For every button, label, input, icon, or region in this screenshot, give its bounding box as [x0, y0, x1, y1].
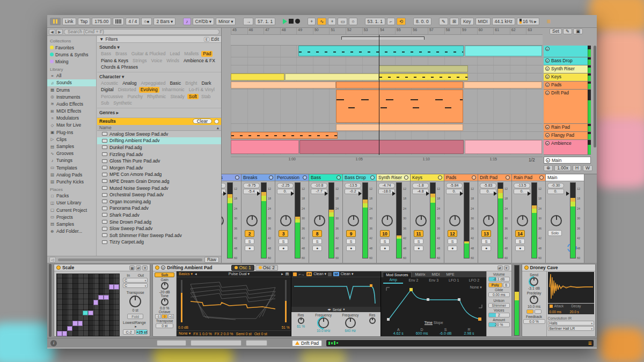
track-play-icon[interactable]: ▸: [545, 75, 550, 79]
mixer-strip[interactable]: Bass -10.8 -7.7 8 S ● 12182430364: [309, 174, 343, 263]
character-tag[interactable]: Rhythmic: [145, 94, 167, 100]
preview-icon[interactable]: ▸: [161, 265, 165, 270]
collection-item[interactable]: Favorites: [47, 44, 96, 51]
mixer-strip[interactable]: Bass Drop -13.5 -0.2 9 S ● 121824: [343, 174, 377, 263]
pan-knob[interactable]: [483, 215, 494, 226]
solo-button[interactable]: S: [380, 239, 390, 244]
character-tag[interactable]: Acoustic: [99, 80, 120, 86]
arm-button[interactable]: ●: [380, 246, 390, 251]
octave-button[interactable]: -1: [155, 314, 161, 319]
set-button[interactable]: Set: [550, 28, 562, 34]
arrangement-clip[interactable]: [336, 90, 463, 123]
reverb-on-toggle[interactable]: [524, 265, 529, 270]
track-lane[interactable]: [231, 73, 543, 82]
filter-routing-row[interactable]: ◂▸ Serial ▾: [291, 307, 380, 312]
scale-grid-cell[interactable]: [93, 300, 99, 305]
wavetable-name-menu[interactable]: Pulse Dual ▾: [199, 272, 280, 276]
solo-button[interactable]: S: [481, 239, 491, 244]
mixer-strip[interactable]: Percussion -2.25 0. 3 S ● 1218243: [275, 174, 309, 263]
character-tag[interactable]: Basic: [168, 80, 182, 86]
main-solo-button[interactable]: Solo: [548, 230, 562, 236]
envelope-tab[interactable]: LFO 2: [464, 278, 484, 283]
track-play-icon[interactable]: ▸: [545, 47, 550, 51]
result-row[interactable]: Analog Slow Sweep Pad.adv: [97, 131, 221, 138]
arm-button[interactable]: ●: [448, 246, 457, 251]
sound-tag[interactable]: Strings: [131, 58, 148, 64]
menu-icon[interactable]: ≡: [547, 18, 550, 25]
device-view-scroll-strip[interactable]: [49, 264, 52, 337]
places-item[interactable]: ▢ Current Project: [47, 206, 96, 213]
arrangement-clip[interactable]: [465, 46, 542, 56]
main-peak-field[interactable]: -0.30: [547, 183, 564, 188]
preset-browse-icon[interactable]: ▤: [129, 265, 135, 270]
decay-value[interactable]: 20.0 s: [570, 310, 579, 314]
library-item[interactable]: ▭ Templates: [47, 164, 96, 171]
range-field[interactable]: +25 st: [136, 329, 148, 335]
library-item[interactable]: ♪ Tunings: [47, 157, 96, 164]
filter-count-icon[interactable]: [214, 119, 219, 124]
character-tag[interactable]: Sub: [99, 100, 111, 106]
sound-tag[interactable]: Brass: [114, 51, 129, 57]
ableton-logo-icon[interactable]: [50, 18, 61, 25]
solo-button[interactable]: S: [448, 239, 457, 244]
midi-map-button[interactable]: MIDI: [475, 18, 491, 25]
track-lane[interactable]: [231, 57, 543, 65]
group-fold-icon[interactable]: [303, 175, 307, 180]
arrangement-clip[interactable]: [285, 73, 379, 80]
arrangement-clip[interactable]: [298, 46, 464, 56]
osc-oct-field[interactable]: Oct 0 st: [254, 332, 267, 336]
arm-button[interactable]: ●: [414, 246, 423, 251]
track-lane[interactable]: [231, 124, 543, 132]
track-number-button[interactable]: 2: [245, 230, 254, 237]
octave-button[interactable]: +1: [168, 314, 174, 319]
follow-button[interactable]: →: [243, 18, 253, 25]
track-lane[interactable]: [231, 46, 543, 57]
mini-keyboard-widget[interactable]: ≣: [326, 340, 594, 346]
character-tag[interactable]: Dark: [200, 80, 213, 86]
slope-toggle[interactable]: Slope: [434, 321, 443, 324]
capture-midi-button[interactable]: ▭: [338, 18, 347, 25]
browser-forward-button[interactable]: ▶: [56, 29, 63, 35]
track-header[interactable]: ▸ Synth Riser: [544, 65, 591, 73]
track-number-button[interactable]: 14: [515, 230, 525, 237]
fader-handle[interactable]: [460, 191, 463, 196]
arrangement-clip[interactable]: [231, 73, 284, 80]
character-tag[interactable]: Synthetic: [112, 100, 134, 106]
places-item[interactable]: ▤ Samples: [47, 220, 96, 227]
result-row[interactable]: Tizzy Carpet.adg: [97, 239, 221, 246]
link-button[interactable]: Link: [62, 18, 76, 25]
track-lane[interactable]: [231, 82, 543, 90]
result-row[interactable]: Dunkel Pad.adg: [97, 144, 221, 151]
punch-icon[interactable]: ⌐: [387, 18, 395, 25]
group-fold-icon[interactable]: [472, 175, 476, 180]
key-root-menu[interactable]: C#/Db ▾: [193, 18, 214, 25]
scale-mode-icon[interactable]: ♪: [183, 18, 191, 25]
loop-brace[interactable]: [341, 36, 425, 40]
reverb-mode-button-1[interactable]: [526, 309, 533, 314]
wavetable-next-button[interactable]: ▸: [281, 272, 283, 276]
main-volume-field[interactable]: 0.: [547, 189, 564, 194]
arm-button[interactable]: ●: [481, 246, 491, 251]
group-fold-icon[interactable]: [438, 175, 442, 180]
track-number-button[interactable]: 10: [380, 230, 390, 237]
browser-back-button[interactable]: ◀: [49, 29, 55, 35]
result-row[interactable]: MPE Dream Grain Drone.adg: [97, 178, 221, 185]
sound-tag[interactable]: Mallets: [182, 51, 200, 57]
track-lane[interactable]: [231, 90, 543, 124]
mixer-strip[interactable]: Synth Riser -4.74 -18.0 10 S ● 12: [377, 174, 411, 263]
sound-tag[interactable]: Winds: [165, 58, 181, 64]
wavetable-category-menu[interactable]: Basics ▾: [179, 272, 193, 276]
bar-ruler[interactable]: 45464748495051525354555657585960616263: [231, 28, 543, 35]
osc-tab[interactable]: Osc 2: [255, 265, 278, 271]
arm-button[interactable]: ●: [245, 246, 254, 251]
fader-handle[interactable]: [528, 191, 531, 196]
wavetable-position-slider[interactable]: [285, 280, 287, 322]
fader-handle[interactable]: [358, 191, 362, 196]
osc-tab[interactable]: Osc 1: [231, 265, 254, 271]
result-row[interactable]: Drifting Ambient Pad.adv: [97, 137, 221, 144]
arrangement-clip[interactable]: [231, 140, 299, 154]
arrangement-vscrollbar[interactable]: [594, 46, 596, 147]
collection-item[interactable]: Drums & Synths: [47, 51, 96, 58]
play-button[interactable]: [283, 19, 287, 24]
search-input[interactable]: Search (Cmd + F): [64, 29, 219, 35]
